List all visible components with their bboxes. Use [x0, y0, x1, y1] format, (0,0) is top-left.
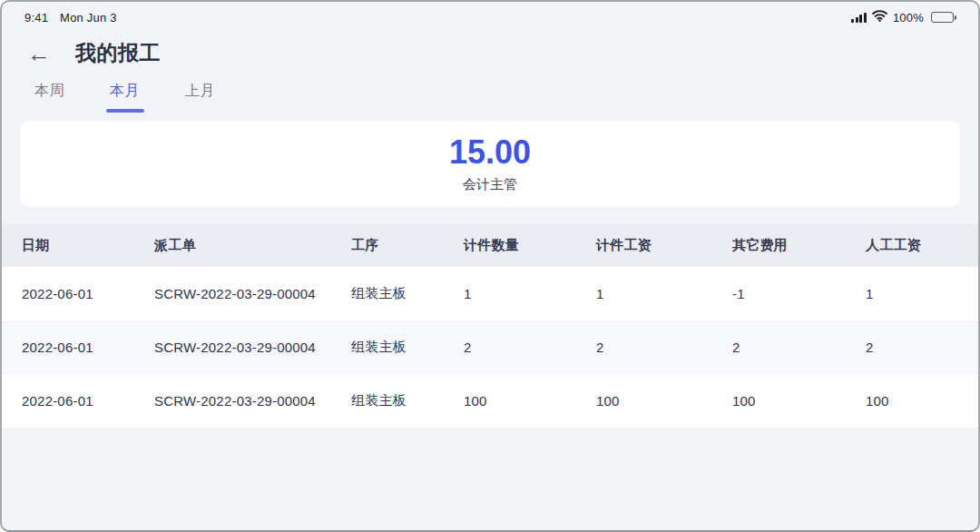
back-arrow-icon[interactable]: ←: [27, 42, 51, 65]
table-header-row: 日期 派工单 工序 计件数量 计件工资 其它费用 人工工资: [2, 224, 978, 267]
summary-role-label: 会计主管: [463, 176, 517, 193]
cell-piece-wage: 100: [596, 393, 732, 409]
page-header: ← 我的报工: [2, 25, 978, 67]
column-header-other-fee: 其它费用: [732, 237, 866, 254]
cell-date: 2022-06-01: [22, 393, 154, 409]
cell-other-fee: -1: [732, 286, 866, 301]
app-screen: 9:41 Mon Jun 3 100% ← 我的报工: [0, 0, 980, 532]
column-header-date: 日期: [22, 237, 154, 254]
column-header-process: 工序: [351, 237, 464, 254]
cell-other-fee: 2: [732, 340, 866, 355]
period-tabs: 本周 本月 上月: [2, 82, 978, 113]
column-header-dispatch-order: 派工单: [154, 237, 351, 254]
cell-dispatch-order: SCRW-2022-03-29-00004: [154, 393, 351, 409]
wifi-icon: [872, 10, 887, 25]
cell-process: 组装主板: [351, 392, 464, 409]
page-title: 我的报工: [75, 39, 161, 67]
table-row[interactable]: 2022-06-01 SCRW-2022-03-29-00004 组装主板 10…: [2, 374, 978, 428]
report-table: 日期 派工单 工序 计件数量 计件工资 其它费用 人工工资 2022-06-01…: [2, 224, 978, 428]
cell-date: 2022-06-01: [22, 286, 154, 301]
cell-piece-qty: 100: [464, 393, 596, 409]
cell-dispatch-order: SCRW-2022-03-29-00004: [154, 340, 351, 355]
summary-card: 15.00 会计主管: [20, 121, 960, 207]
cell-piece-wage: 2: [596, 340, 732, 355]
tab-last-month[interactable]: 上月: [185, 82, 215, 113]
battery-percent-label: 100%: [893, 11, 924, 25]
cell-piece-wage: 1: [596, 286, 732, 301]
table-row[interactable]: 2022-06-01 SCRW-2022-03-29-00004 组装主板 2 …: [2, 320, 978, 374]
status-time: 9:41: [24, 11, 48, 25]
battery-icon: [931, 12, 956, 23]
cell-piece-qty: 1: [464, 286, 596, 301]
cellular-signal-icon: [851, 13, 867, 23]
cell-dispatch-order: SCRW-2022-03-29-00004: [154, 286, 351, 301]
cell-labor-wage: 100: [866, 393, 978, 409]
status-bar: 9:41 Mon Jun 3 100%: [2, 2, 978, 25]
cell-other-fee: 100: [732, 393, 866, 409]
summary-total-value: 15.00: [449, 134, 531, 171]
tab-this-month[interactable]: 本月: [110, 82, 140, 113]
column-header-piece-wage: 计件工资: [596, 237, 732, 254]
column-header-labor-wage: 人工工资: [866, 237, 978, 254]
cell-process: 组装主板: [351, 339, 464, 356]
table-row[interactable]: 2022-06-01 SCRW-2022-03-29-00004 组装主板 1 …: [2, 267, 978, 320]
cell-piece-qty: 2: [464, 340, 596, 355]
status-date: Mon Jun 3: [60, 11, 117, 25]
cell-labor-wage: 2: [866, 340, 978, 355]
cell-labor-wage: 1: [866, 286, 978, 301]
column-header-piece-qty: 计件数量: [464, 237, 596, 254]
tab-this-week[interactable]: 本周: [34, 82, 64, 113]
cell-process: 组装主板: [351, 285, 464, 302]
cell-date: 2022-06-01: [22, 340, 154, 355]
